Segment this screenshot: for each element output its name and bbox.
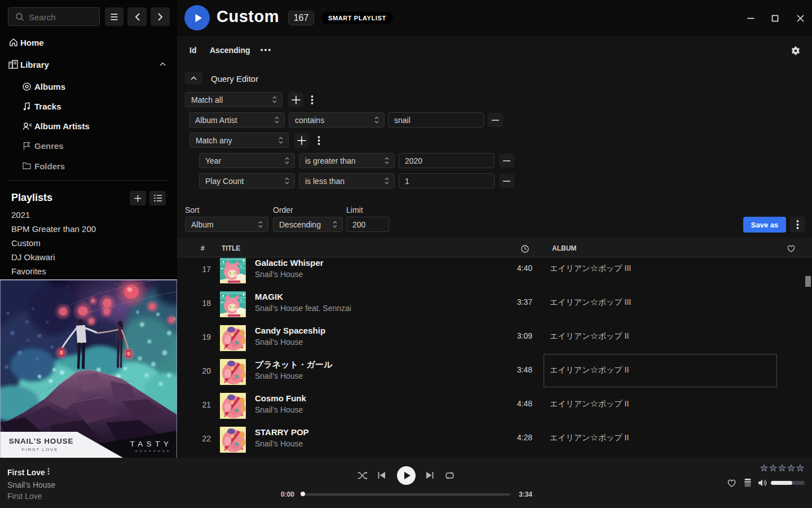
svg-text:TASTY: TASTY	[130, 440, 172, 448]
svg-text:SNAIL’S HOUSE: SNAIL’S HOUSE	[9, 437, 74, 445]
svg-text:FIRST LOVE: FIRST LOVE	[22, 447, 59, 452]
